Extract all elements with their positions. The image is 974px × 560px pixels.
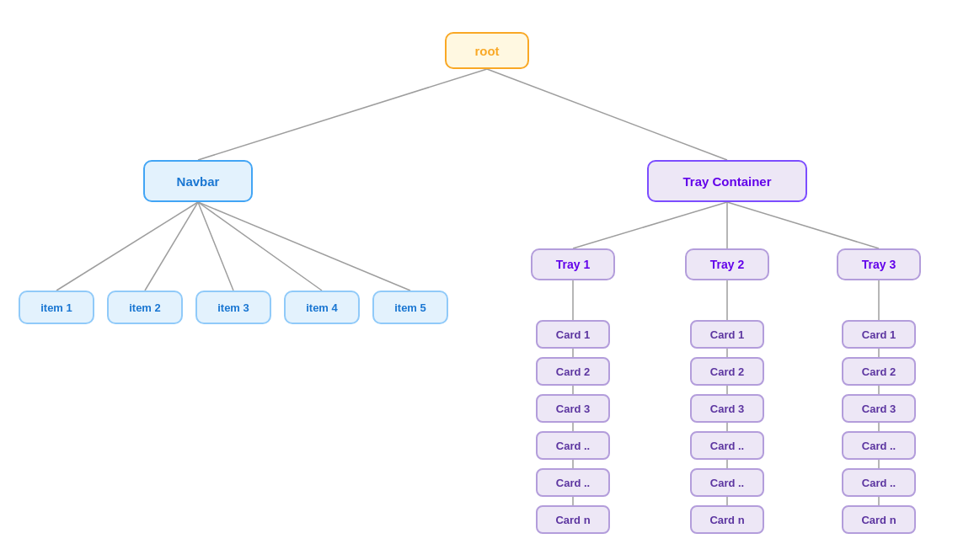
tray1-card-2-label: Card 2 (556, 365, 590, 378)
nav-item-1[interactable]: item 1 (19, 291, 94, 324)
svg-line-2 (56, 202, 198, 291)
connectors-svg (0, 0, 974, 560)
tray3-card-1-label: Card 1 (862, 328, 896, 341)
tray-3-label: Tray 3 (862, 258, 896, 271)
root-node[interactable]: root (445, 32, 529, 69)
navbar-label: Navbar (177, 174, 220, 189)
tray2-card-5-label: Card .. (710, 477, 744, 489)
svg-line-0 (198, 69, 487, 160)
tray1-card-n-label: Card n (555, 514, 590, 526)
navbar-node[interactable]: Navbar (143, 160, 253, 202)
nav-item-3[interactable]: item 3 (195, 291, 271, 324)
nav-item-4-label: item 4 (306, 301, 338, 314)
tray1-card-n[interactable]: Card n (536, 505, 610, 534)
tray1-card-4-label: Card .. (556, 440, 590, 452)
nav-item-2[interactable]: item 2 (107, 291, 183, 324)
tray-3-node[interactable]: Tray 3 (837, 248, 921, 280)
tray3-card-2-label: Card 2 (862, 365, 896, 378)
svg-line-9 (727, 202, 879, 248)
diagram: root Navbar Tray Container item 1 item 2… (0, 0, 974, 560)
tray1-card-3[interactable]: Card 3 (536, 394, 610, 423)
tray3-card-3[interactable]: Card 3 (842, 394, 916, 423)
tray-2-node[interactable]: Tray 2 (685, 248, 769, 280)
tray1-card-2[interactable]: Card 2 (536, 357, 610, 386)
tray3-card-n-label: Card n (861, 514, 896, 526)
tray1-card-4[interactable]: Card .. (536, 431, 610, 460)
tray3-card-2[interactable]: Card 2 (842, 357, 916, 386)
tray3-card-1[interactable]: Card 1 (842, 320, 916, 349)
nav-item-5[interactable]: item 5 (372, 291, 448, 324)
svg-line-3 (145, 202, 198, 291)
tray2-card-2-label: Card 2 (710, 365, 744, 378)
tray3-card-5-label: Card .. (862, 477, 896, 489)
tray3-card-4[interactable]: Card .. (842, 431, 916, 460)
tray1-card-5[interactable]: Card .. (536, 468, 610, 497)
tray2-card-1-label: Card 1 (710, 328, 744, 341)
tray-container-node[interactable]: Tray Container (647, 160, 807, 202)
svg-line-5 (198, 202, 322, 291)
tray2-card-4[interactable]: Card .. (690, 431, 764, 460)
tray3-card-4-label: Card .. (862, 440, 896, 452)
svg-line-7 (573, 202, 727, 248)
tray2-card-4-label: Card .. (710, 440, 744, 452)
tray-1-node[interactable]: Tray 1 (531, 248, 615, 280)
tray3-card-n[interactable]: Card n (842, 505, 916, 534)
tray2-card-3-label: Card 3 (710, 403, 744, 415)
nav-item-3-label: item 3 (217, 301, 249, 314)
tray2-card-1[interactable]: Card 1 (690, 320, 764, 349)
nav-item-2-label: item 2 (129, 301, 161, 314)
root-label: root (474, 44, 499, 58)
svg-line-6 (198, 202, 410, 291)
tray1-card-1[interactable]: Card 1 (536, 320, 610, 349)
tray2-card-n[interactable]: Card n (690, 505, 764, 534)
tray1-card-3-label: Card 3 (556, 403, 590, 415)
nav-item-5-label: item 5 (394, 301, 426, 314)
svg-line-1 (487, 69, 727, 160)
nav-item-1-label: item 1 (40, 301, 72, 314)
tray2-card-n-label: Card n (709, 514, 744, 526)
tray3-card-3-label: Card 3 (862, 403, 896, 415)
tray3-card-5[interactable]: Card .. (842, 468, 916, 497)
tray-1-label: Tray 1 (556, 258, 590, 271)
tray-2-label: Tray 2 (710, 258, 744, 271)
tray2-card-5[interactable]: Card .. (690, 468, 764, 497)
tray1-card-1-label: Card 1 (556, 328, 590, 341)
svg-line-4 (198, 202, 233, 291)
tray2-card-2[interactable]: Card 2 (690, 357, 764, 386)
tray1-card-5-label: Card .. (556, 477, 590, 489)
tray-container-label: Tray Container (682, 174, 771, 189)
tray2-card-3[interactable]: Card 3 (690, 394, 764, 423)
nav-item-4[interactable]: item 4 (284, 291, 360, 324)
